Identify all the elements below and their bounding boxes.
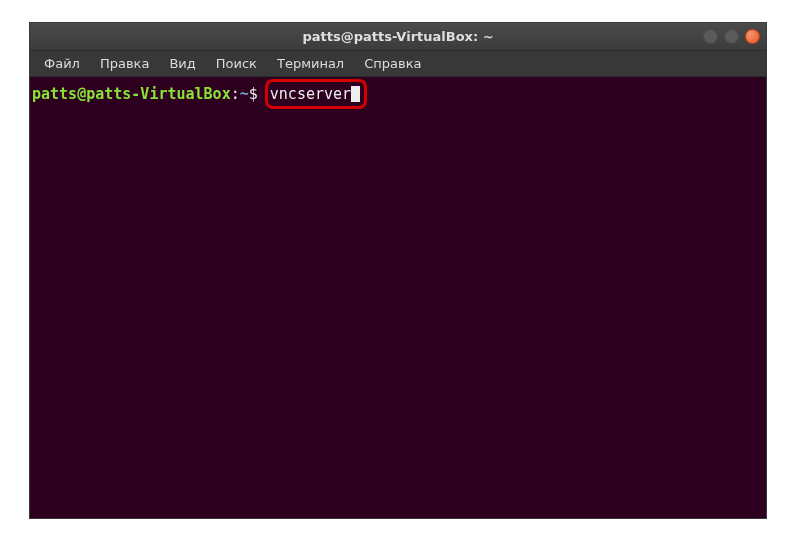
command-text: vncserver [270, 85, 351, 103]
menubar: Файл Правка Вид Поиск Терминал Справка [30, 51, 766, 77]
menu-view[interactable]: Вид [161, 53, 203, 74]
menu-help[interactable]: Справка [356, 53, 429, 74]
prompt-user-host: patts@patts-VirtualBox [32, 85, 231, 103]
close-button[interactable] [745, 29, 760, 44]
prompt-path: ~ [240, 85, 249, 103]
terminal-body[interactable]: patts@patts-VirtualBox:~$ vncserver [30, 77, 766, 518]
window-title: patts@patts-VirtualBox: ~ [302, 29, 493, 44]
prompt-colon: : [231, 85, 240, 103]
window-controls [703, 29, 760, 44]
menu-file[interactable]: Файл [36, 53, 88, 74]
minimize-button[interactable] [703, 29, 718, 44]
cursor [351, 86, 360, 102]
menu-terminal[interactable]: Терминал [269, 53, 352, 74]
menu-search[interactable]: Поиск [208, 53, 265, 74]
titlebar: patts@patts-VirtualBox: ~ [30, 23, 766, 51]
prompt-line: patts@patts-VirtualBox:~$ vncserver [32, 79, 764, 109]
menu-edit[interactable]: Правка [92, 53, 157, 74]
maximize-button[interactable] [724, 29, 739, 44]
command-highlight: vncserver [265, 79, 367, 109]
terminal-window: patts@patts-VirtualBox: ~ Файл Правка Ви… [29, 22, 767, 519]
